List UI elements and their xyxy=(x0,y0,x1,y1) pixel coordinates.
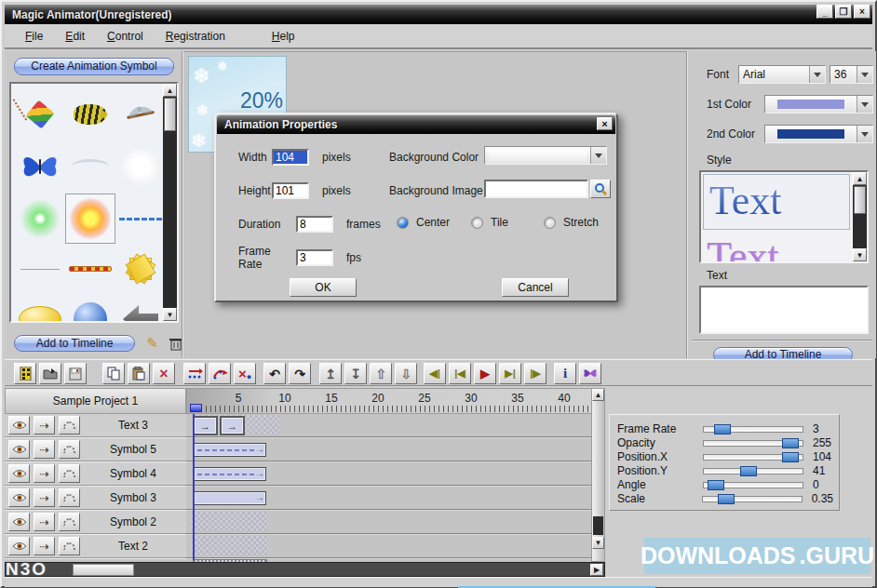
move-up-button[interactable]: ⇧ xyxy=(370,363,392,384)
visibility-button[interactable] xyxy=(8,416,30,434)
slider-thumb[interactable] xyxy=(718,494,735,504)
chevron-down-icon[interactable] xyxy=(857,126,872,142)
slider-thumb[interactable] xyxy=(782,452,799,462)
track-symbol2[interactable] xyxy=(186,511,593,535)
dialog-title-bar[interactable]: Animation Properties xyxy=(217,115,615,134)
redo-button[interactable]: ↷ xyxy=(289,363,311,384)
restore-button[interactable]: ❐ xyxy=(835,5,852,19)
open-project-button[interactable] xyxy=(39,363,61,384)
symbol-blue-butterfly[interactable] xyxy=(15,141,65,192)
second-color-dropdown[interactable] xyxy=(764,125,873,143)
path-button[interactable] xyxy=(59,488,80,507)
layer-row-symbol3[interactable]: ⇢ Symbol 3 xyxy=(5,487,186,511)
symbol-dark-arrow[interactable] xyxy=(115,294,166,323)
visibility-button[interactable] xyxy=(8,464,30,483)
menu-registration[interactable]: Registration xyxy=(155,27,236,46)
new-animation-button[interactable] xyxy=(14,363,36,384)
copy-button[interactable] xyxy=(102,363,125,384)
delete-motion-path-button[interactable]: ×● xyxy=(234,363,256,384)
slider-thumb[interactable] xyxy=(740,466,757,476)
layer-row-symbol5[interactable]: ⇢ Symbol 5 xyxy=(5,438,186,462)
opacity-slider[interactable] xyxy=(703,440,803,447)
symbol-thin-line[interactable] xyxy=(15,244,65,294)
keyframe-block[interactable]: → xyxy=(193,416,218,435)
slider-thumb[interactable] xyxy=(708,480,724,490)
move-down-button[interactable]: ⇩ xyxy=(395,363,417,384)
play-button[interactable]: ▶ xyxy=(474,363,496,384)
framerate-input[interactable] xyxy=(296,249,333,266)
symbol-starburst[interactable] xyxy=(115,244,166,294)
layer-row-text2[interactable]: ⇢ Text 2 xyxy=(5,535,186,559)
move-button[interactable]: ⇢ xyxy=(34,464,55,483)
position-y-slider[interactable] xyxy=(703,468,803,474)
symbol-green-glow[interactable] xyxy=(15,194,65,244)
visibility-button[interactable] xyxy=(8,513,30,531)
move-to-top-button[interactable]: ↥ xyxy=(319,363,342,384)
tween-bar[interactable] xyxy=(194,491,266,505)
browse-image-button[interactable] xyxy=(590,180,611,198)
menu-control[interactable]: Control xyxy=(96,27,155,46)
tween-bar[interactable] xyxy=(194,443,266,457)
track-symbol3[interactable] xyxy=(186,487,593,511)
move-button[interactable]: ⇢ xyxy=(34,440,55,459)
style-item-2[interactable]: Text xyxy=(707,234,779,263)
font-dropdown[interactable]: Arial xyxy=(738,65,826,84)
undo-button[interactable]: ↶ xyxy=(263,363,286,384)
symbol-tropical-fish[interactable] xyxy=(65,89,115,140)
chevron-down-icon[interactable] xyxy=(590,147,606,164)
angle-slider[interactable] xyxy=(703,482,803,488)
save-project-button[interactable] xyxy=(64,363,87,384)
style-list[interactable]: Text Text ▲ ▼ xyxy=(699,170,869,263)
scroll-thumb[interactable] xyxy=(73,564,134,576)
add-motion-path-button[interactable] xyxy=(183,363,206,384)
ok-button[interactable]: OK xyxy=(290,278,357,297)
slider-thumb[interactable] xyxy=(714,424,731,434)
symbol-striped-bar[interactable] xyxy=(65,244,115,294)
timeline-vscrollbar[interactable]: ▲ ▼ xyxy=(591,388,605,562)
symbol-yellow-oval[interactable] xyxy=(15,294,65,323)
scroll-thumb[interactable] xyxy=(593,516,603,535)
symbol-dragonfly[interactable] xyxy=(115,89,166,140)
paste-button[interactable] xyxy=(128,363,150,384)
layer-row-symbol2[interactable]: ⇢ Symbol 2 xyxy=(5,511,186,535)
close-button[interactable]: × xyxy=(854,5,870,19)
move-button[interactable]: ⇢ xyxy=(34,488,55,507)
first-frame-button[interactable]: |◀ xyxy=(449,363,471,384)
dialog-close-icon[interactable]: × xyxy=(597,117,613,130)
layer-row-text3[interactable]: ⇢ Text 3 xyxy=(5,414,186,438)
menu-edit[interactable]: Edit xyxy=(54,27,96,46)
menu-help[interactable]: Help xyxy=(261,27,306,46)
info-button[interactable]: i xyxy=(554,363,576,384)
move-to-bottom-button[interactable]: ↧ xyxy=(344,363,367,384)
scroll-down-icon[interactable]: ▼ xyxy=(163,308,177,321)
add-to-timeline-button-left[interactable]: Add to Timeline xyxy=(14,335,135,352)
playhead-line[interactable] xyxy=(193,414,195,560)
previous-frame-button[interactable]: ◀| xyxy=(424,363,446,384)
symbol-red-glow-selected[interactable] xyxy=(65,194,115,244)
keyframe-block[interactable]: → xyxy=(220,416,245,435)
radio-tile[interactable] xyxy=(471,217,483,229)
path-button[interactable] xyxy=(59,513,80,531)
scale-slider[interactable] xyxy=(702,496,802,502)
edit-pencil-icon[interactable]: ✎ xyxy=(146,335,158,352)
path-button[interactable] xyxy=(59,537,80,555)
height-input[interactable] xyxy=(272,182,309,199)
add-curve-path-button[interactable] xyxy=(209,363,231,384)
path-button[interactable] xyxy=(59,416,80,434)
move-button[interactable]: ⇢ xyxy=(34,537,55,555)
symbol-kite[interactable] xyxy=(15,89,65,140)
duration-input[interactable] xyxy=(296,216,333,233)
library-scrollbar[interactable]: ▲ ▼ xyxy=(163,84,177,321)
scroll-down-icon[interactable]: ▼ xyxy=(853,248,867,261)
scroll-up-icon[interactable]: ▲ xyxy=(853,172,867,185)
chevron-down-icon[interactable] xyxy=(809,66,825,83)
create-animation-symbol-button[interactable]: Create Animation Symbol xyxy=(14,58,174,75)
scroll-up-icon[interactable]: ▲ xyxy=(163,84,177,97)
tween-bar[interactable] xyxy=(194,467,266,481)
chevron-down-icon[interactable] xyxy=(857,96,872,113)
path-button[interactable] xyxy=(59,440,80,459)
bg-color-dropdown[interactable] xyxy=(484,146,607,165)
radio-stretch[interactable] xyxy=(544,217,556,229)
scroll-up-icon[interactable]: ▲ xyxy=(592,389,604,401)
symbol-library-list[interactable]: ▲ ▼ xyxy=(9,82,179,323)
